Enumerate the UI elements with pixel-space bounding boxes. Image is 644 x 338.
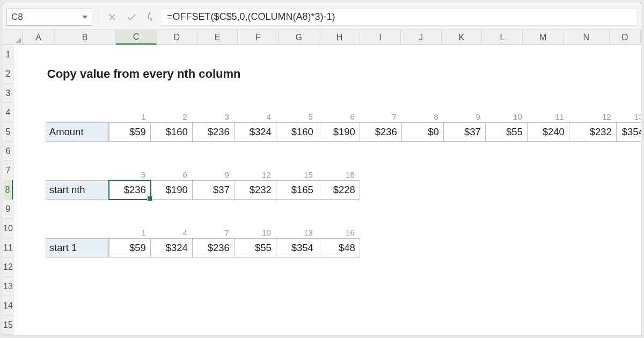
cell[interactable] — [402, 200, 444, 219]
cell[interactable]: 10 — [235, 219, 276, 238]
select-all-corner[interactable] — [3, 30, 23, 45]
cell[interactable] — [13, 103, 46, 122]
cell[interactable] — [109, 142, 151, 161]
value-cell[interactable]: $59 — [109, 238, 151, 258]
value-cell[interactable]: $190 — [318, 122, 360, 142]
cell[interactable] — [46, 200, 109, 219]
cell[interactable]: 4 — [235, 103, 276, 122]
cell[interactable] — [528, 84, 569, 103]
cell[interactable] — [402, 161, 444, 180]
cell[interactable] — [486, 238, 528, 258]
cell[interactable] — [528, 142, 569, 161]
value-cell[interactable]: $37 — [444, 122, 486, 142]
cell[interactable] — [193, 45, 235, 64]
row-header-14[interactable]: 14 — [3, 296, 13, 315]
cell[interactable] — [318, 277, 360, 296]
cell[interactable] — [486, 219, 528, 238]
row-header-13[interactable]: 13 — [3, 277, 13, 296]
cell[interactable]: $55 — [235, 238, 276, 258]
cell[interactable] — [569, 315, 617, 335]
column-header-O[interactable]: O — [610, 30, 641, 45]
cell[interactable] — [402, 64, 444, 84]
cell[interactable] — [617, 200, 641, 219]
cell[interactable]: 1 — [109, 219, 151, 238]
cell[interactable]: 5 — [276, 103, 318, 122]
cell[interactable]: $160 — [151, 122, 193, 142]
cell[interactable]: Amount — [46, 122, 109, 142]
cell[interactable] — [444, 180, 486, 200]
cell[interactable] — [46, 219, 109, 238]
cell[interactable] — [617, 45, 641, 64]
cell[interactable] — [151, 45, 193, 64]
cell[interactable] — [402, 277, 444, 296]
cell[interactable] — [528, 296, 569, 315]
cell[interactable] — [109, 277, 151, 296]
cell[interactable]: $324 — [235, 122, 276, 142]
cell[interactable] — [276, 200, 318, 219]
cell[interactable] — [360, 277, 402, 296]
cell[interactable]: $190 — [151, 180, 193, 200]
cell[interactable] — [13, 161, 46, 180]
cell[interactable]: 16 — [318, 219, 360, 238]
cell[interactable] — [569, 142, 617, 161]
cell[interactable] — [151, 84, 193, 103]
cell[interactable] — [235, 84, 276, 103]
cell[interactable] — [360, 200, 402, 219]
cell[interactable] — [318, 315, 360, 335]
cell[interactable] — [617, 258, 641, 277]
value-cell[interactable]: $324 — [151, 238, 193, 258]
cell[interactable] — [528, 200, 569, 219]
row-header-8[interactable]: 8 — [3, 180, 13, 200]
cell[interactable]: 9 — [193, 161, 235, 180]
cell[interactable] — [46, 296, 109, 315]
cell[interactable] — [235, 296, 276, 315]
cell[interactable] — [46, 277, 109, 296]
cancel-icon[interactable] — [106, 11, 119, 24]
cell[interactable]: $37 — [193, 180, 235, 200]
cell[interactable] — [13, 180, 46, 200]
cell[interactable]: $354 — [617, 122, 641, 142]
cell[interactable] — [276, 315, 318, 335]
cell[interactable] — [360, 161, 402, 180]
cell[interactable] — [360, 180, 402, 200]
cell[interactable] — [528, 180, 569, 200]
cell[interactable] — [193, 277, 235, 296]
cell[interactable] — [360, 258, 402, 277]
cell[interactable] — [402, 258, 444, 277]
row-header-6[interactable]: 6 — [3, 142, 13, 161]
cell[interactable]: $236 — [109, 180, 151, 200]
cell[interactable] — [193, 315, 235, 335]
cell[interactable]: 7 — [360, 103, 402, 122]
value-cell[interactable]: $160 — [276, 122, 318, 142]
cell[interactable] — [151, 315, 193, 335]
column-header-K[interactable]: K — [442, 30, 482, 45]
check-icon[interactable] — [125, 11, 138, 24]
cell[interactable] — [235, 45, 276, 64]
value-cell[interactable]: $236 — [109, 180, 151, 200]
cell[interactable] — [486, 296, 528, 315]
cell[interactable] — [617, 180, 641, 200]
cell[interactable] — [318, 45, 360, 64]
column-header-C[interactable]: C — [116, 30, 157, 45]
cell[interactable] — [13, 142, 46, 161]
cell[interactable] — [444, 238, 486, 258]
cell[interactable] — [13, 277, 46, 296]
cell[interactable]: 10 — [486, 103, 528, 122]
cell[interactable] — [235, 258, 276, 277]
cell[interactable] — [46, 45, 109, 64]
cell[interactable] — [569, 200, 617, 219]
cell[interactable] — [444, 64, 486, 84]
cell[interactable] — [151, 296, 193, 315]
row-header-5[interactable]: 5 — [3, 122, 13, 142]
cell[interactable] — [528, 238, 569, 258]
cell[interactable] — [402, 45, 444, 64]
cell[interactable] — [444, 219, 486, 238]
cells-area[interactable]: Copy value from every nth column12345678… — [13, 45, 641, 335]
cell[interactable]: 2 — [151, 103, 193, 122]
cell[interactable] — [13, 122, 46, 142]
cell[interactable] — [318, 142, 360, 161]
cell[interactable] — [235, 315, 276, 335]
cell[interactable]: $165 — [276, 180, 318, 200]
cell[interactable] — [276, 258, 318, 277]
value-cell[interactable]: $354 — [276, 238, 318, 258]
